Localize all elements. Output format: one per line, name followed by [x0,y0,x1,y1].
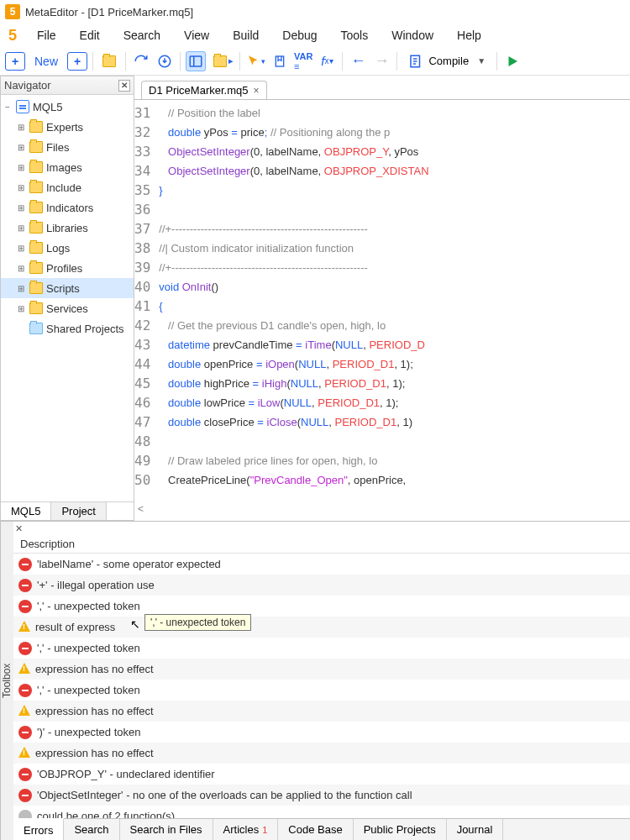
var-icon[interactable]: VAR≡ [293,51,313,71]
navigator-tab-project[interactable]: Project [51,502,106,520]
toolbox-tab[interactable]: Search [64,819,119,840]
message-row[interactable]: '+' - illegal operation use [13,575,630,596]
error-icon [18,684,32,697]
nav-forward-icon[interactable]: → [371,51,391,71]
app-icon: 5 [3,27,22,45]
menu-build[interactable]: Build [221,27,270,44]
warn-icon [18,621,30,632]
warn-icon [18,747,30,758]
menu-search[interactable]: Search [112,27,172,44]
toolbox-tab[interactable]: Journal [447,819,504,840]
info-icon [18,810,32,819]
code-editor[interactable]: 3132333435363738394041424344454647484950… [134,99,630,521]
scroll-left-icon[interactable]: < [138,500,144,519]
toggle-toolbox-icon[interactable]: ▸ [209,51,234,71]
new-button[interactable]: New [29,51,64,71]
navigator-tab-mql5[interactable]: MQL5 [1,502,51,520]
tree-item[interactable]: ⊞Services [1,298,134,318]
tree-item[interactable]: ⊞Include [1,177,134,197]
menu-view[interactable]: View [172,27,221,44]
new-file-icon[interactable]: + [5,52,25,71]
navigator-close-icon[interactable]: ✕ [118,80,130,92]
message-row[interactable]: 'ObjectSetInteger' - no one of the overl… [13,785,630,806]
menu-window[interactable]: Window [380,27,445,44]
svg-rect-1 [190,56,202,66]
error-icon [18,642,32,655]
toolbar: + New + ▸ ▾ VAR≡ fx▾ ← → Compile ▼ [0,47,630,76]
function-icon[interactable]: fx▾ [317,51,337,71]
message-row[interactable]: ',' - unexpected token [13,638,630,659]
tree-item[interactable]: ⊞Images [1,157,134,177]
titlebar: 5 MetaEditor - [D1 PriceMarker.mq5] [0,0,630,24]
mql5-icon [16,100,29,113]
menu-edit[interactable]: Edit [68,27,112,44]
tree-item[interactable]: ⊞Scripts [1,278,134,298]
refresh-icon[interactable] [131,51,151,71]
error-icon [18,558,32,571]
tree-item[interactable]: ⊞Experts [1,117,134,137]
nav-back-icon[interactable]: ← [348,51,368,71]
tree-item[interactable]: ⊞Files [1,137,134,157]
message-row[interactable]: ')' - unexpected token [13,722,630,743]
folder-icon [29,282,43,294]
message-row[interactable]: ',' - unexpected token [13,596,630,617]
compile-button[interactable]: Compile ▼ [402,51,491,71]
compile-icon [408,54,423,69]
toggle-navigator-icon[interactable] [186,51,206,71]
file-tab[interactable]: D1 PriceMarker.mq5 × [141,81,267,100]
menu-tools[interactable]: Tools [329,27,381,44]
error-icon [18,726,32,739]
toolbox-tab[interactable]: Code Base [278,819,353,840]
message-row[interactable]: could be one of 2 function(s) [13,806,630,818]
new-window-icon[interactable]: + [67,52,87,71]
close-tab-icon[interactable]: × [253,85,259,97]
navigator-tree[interactable]: −MQL5 ⊞Experts ⊞Files ⊞Images ⊞Include ⊞… [1,95,134,501]
message-row[interactable]: result of express [13,617,630,638]
toolbox-tab[interactable]: Errors [13,818,64,840]
folder-icon [29,222,43,234]
menu-help[interactable]: Help [445,27,493,44]
folder-icon [29,141,43,153]
menubar: 5 File Edit Search View Build Debug Tool… [0,24,630,47]
download-icon[interactable] [155,51,175,71]
toolbox-tab[interactable]: Search in Files [120,819,213,840]
toolbox-tab[interactable]: Articles 1 [213,819,279,840]
message-row[interactable]: 'OBJPROP_Y' - undeclared identifier [13,764,630,785]
message-row[interactable]: 'labelName' - some operator expected [13,554,630,575]
warn-icon [18,663,30,674]
toolbox-tab[interactable]: Public Projects [354,819,447,840]
tree-item[interactable]: ⊞Indicators [1,197,134,218]
message-row[interactable]: expression has no effect [13,659,630,680]
menu-debug[interactable]: Debug [270,27,328,44]
message-row[interactable]: expression has no effect [13,701,630,722]
message-row[interactable]: expression has no effect [13,743,630,764]
message-list[interactable]: 'labelName' - some operator expected '+'… [13,554,630,818]
file-tabs: D1 PriceMarker.mq5 × [134,79,630,99]
folder-icon [29,262,43,274]
tree-item[interactable]: ⊞Libraries [1,218,134,238]
tree-root[interactable]: −MQL5 [1,97,134,117]
folder-icon [29,302,43,314]
app-logo-icon: 5 [5,4,20,19]
chevron-down-icon: ▼ [477,56,486,66]
tree-item[interactable]: ⊞Logs [1,238,134,258]
navigator-header: Navigator ✕ [1,76,134,95]
cursor-select-icon[interactable]: ▾ [245,51,266,71]
error-icon [18,789,32,802]
error-icon [18,579,32,592]
folder-icon [29,323,43,334]
svg-rect-3 [276,56,283,66]
folder-icon [29,242,43,254]
toolbox-close-icon[interactable]: ✕ [15,523,23,534]
toolbox-header: Description [13,535,630,554]
bookmark-icon[interactable] [270,51,290,71]
toolbox-tabs: ErrorsSearchSearch in FilesArticles 1Cod… [13,818,630,840]
error-icon [18,768,32,781]
open-folder-icon[interactable] [98,51,120,71]
navigator-panel: Navigator ✕ −MQL5 ⊞Experts ⊞Files ⊞Image… [0,76,134,521]
tree-item[interactable]: Shared Projects [1,318,134,339]
tree-item[interactable]: ⊞Profiles [1,258,134,278]
menu-file[interactable]: File [25,27,68,44]
run-icon[interactable] [502,51,522,71]
message-row[interactable]: ',' - unexpected token [13,680,630,701]
